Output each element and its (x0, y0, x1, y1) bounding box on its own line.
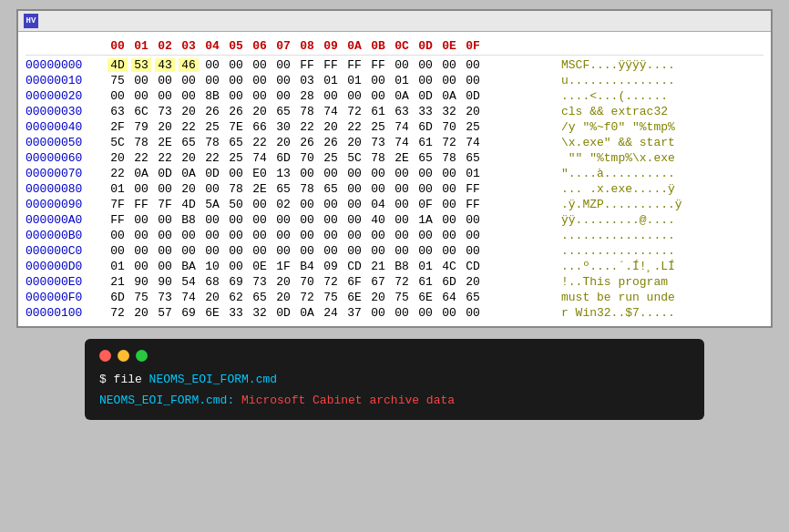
table-row: 000000907FFF7F4D5A50000200000004000F00FF… (26, 197, 763, 212)
table-row: 000000004D53434600000000FFFFFFFF00000000… (26, 57, 763, 73)
hex-bytes: 000000008B000000280000000A0D0A0D (108, 89, 554, 103)
hex-decoded: ... .x.exe.....ÿ (554, 182, 763, 196)
hex-offset: 00000050 (26, 136, 108, 149)
hex-decoded: !..This program (554, 275, 763, 289)
table-row: 000000E0219090546869732070726F6772616D20… (26, 274, 763, 290)
header-bytes: 000102030405060708090A0B0C0D0E0F (108, 39, 554, 53)
hex-bytes: 4D53434600000000FFFFFFFF00000000 (108, 58, 554, 72)
hex-editor-panel: HV 000102030405060708090A0B0C0D0E0F 0000… (16, 9, 773, 328)
traffic-lights (99, 350, 690, 362)
hex-decoded: "....à.......... (554, 167, 763, 180)
table-row: 000000A0FF0000B80000000000000040001A0000… (26, 212, 763, 228)
table-row: 00000100722057696E33320D0A24370000000000… (26, 305, 763, 321)
hex-bytes: 722057696E33320D0A24370000000000 (108, 306, 554, 320)
hex-bytes: 2F792022257E663022202225746D7025 (108, 120, 554, 134)
hex-offset: 00000040 (26, 120, 108, 134)
traffic-light-green[interactable] (136, 350, 148, 362)
hex-bytes: 202222202225746D70255C782E657865 (108, 151, 554, 165)
header-offset (26, 39, 108, 53)
hex-bytes: 010000BA10000E1FB409CD21B8014CCD (108, 260, 554, 273)
table-row: 00000060202222202225746D70255C782E657865… (26, 150, 763, 166)
hex-offset: 000000A0 (26, 213, 108, 227)
hex-bytes: 0100002000782E6578650000000000FF (108, 182, 554, 196)
hex-decoded: .ÿ.MZP..........ÿ (554, 198, 763, 211)
table-row: 00000070220A0D0A0D00E0130000000000000001… (26, 166, 763, 181)
hex-offset: 000000C0 (26, 244, 108, 258)
hex-offset: 000000B0 (26, 229, 108, 242)
hex-bytes: 5C782E65786522202626207374617274 (108, 136, 554, 149)
hex-rows: 000000004D53434600000000FFFFFFFF00000000… (26, 57, 763, 321)
hex-bytes: 75000000000000000301010001000000 (108, 74, 554, 87)
table-row: 000000D0010000BA10000E1FB409CD21B8014CCD… (26, 259, 763, 274)
table-row: 000000800100002000782E6578650000000000FF… (26, 181, 763, 197)
hex-offset: 00000070 (26, 167, 108, 180)
terminal-prompt-line: $ file NEOMS_EOI_FORM.cmd (99, 373, 690, 386)
hex-header-row: 000102030405060708090A0B0C0D0E0F (26, 37, 763, 56)
hex-bytes: 219090546869732070726F6772616D20 (108, 275, 554, 289)
hex-decoded: ...º....´.Í!¸.LÍ (554, 260, 763, 273)
hex-offset: 000000D0 (26, 260, 108, 273)
hex-decoded: MSCF....ÿÿÿÿ.... (554, 58, 763, 72)
hex-decoded: "" "%tmp%\x.exe (554, 151, 763, 165)
hex-offset: 00000100 (26, 306, 108, 320)
terminal-output-line: NEOMS_EOI_FORM.cmd: Microsoft Cabinet ar… (99, 394, 690, 407)
hex-decoded: ................ (554, 229, 763, 242)
hex-bytes: 220A0D0A0D00E0130000000000000001 (108, 167, 554, 180)
table-row: 000000402F792022257E663022202225746D7025… (26, 119, 763, 135)
hex-titlebar: HV (18, 11, 771, 32)
hex-decoded: /y "%~f0" "%tmp% (554, 120, 763, 134)
hex-bytes: 6D7573742062652072756E20756E6465 (108, 291, 554, 304)
header-decoded (554, 39, 763, 53)
terminal-panel: $ file NEOMS_EOI_FORM.cmd NEOMS_EOI_FORM… (85, 339, 704, 420)
traffic-light-red[interactable] (99, 350, 111, 362)
hex-offset: 00000030 (26, 105, 108, 118)
hex-offset: 00000000 (26, 58, 108, 72)
hex-bytes: 7FFF7F4D5A50000200000004000F00FF (108, 198, 554, 211)
hex-offset: 00000010 (26, 74, 108, 87)
hex-bytes: FF0000B80000000000000040001A0000 (108, 213, 554, 227)
table-row: 0000001075000000000000000301010001000000… (26, 73, 763, 88)
hex-offset: 00000090 (26, 198, 108, 211)
hex-bytes: 00000000000000000000000000000000 (108, 229, 554, 242)
table-row: 00000020000000008B000000280000000A0D0A0D… (26, 88, 763, 104)
terminal-output-label: NEOMS_EOI_FORM.cmd: (99, 394, 241, 407)
hex-decoded: r Win32..$7..... (554, 306, 763, 320)
hex-offset: 00000060 (26, 151, 108, 165)
table-row: 000000F06D7573742062652072756E20756E6465… (26, 290, 763, 305)
hex-bytes: 00000000000000000000000000000000 (108, 244, 554, 258)
hex-offset: 000000F0 (26, 291, 108, 304)
terminal-output-desc: Microsoft Cabinet archive data (241, 394, 455, 407)
table-row: 000000B000000000000000000000000000000000… (26, 228, 763, 243)
hex-offset: 00000020 (26, 89, 108, 103)
hex-decoded: \x.exe" && start (554, 136, 763, 149)
hex-decoded: ................ (554, 244, 763, 258)
hex-editor-icon: HV (24, 14, 38, 28)
hex-decoded: ....<...(...... (554, 89, 763, 103)
hex-offset: 00000080 (26, 182, 108, 196)
table-row: 000000C000000000000000000000000000000000… (26, 243, 763, 259)
hex-decoded: must be run unde (554, 291, 763, 304)
hex-bytes: 636C7320262620657874726163333220 (108, 105, 554, 118)
hex-offset: 000000E0 (26, 275, 108, 289)
hex-content: 000102030405060708090A0B0C0D0E0F 0000000… (18, 32, 771, 326)
terminal-prompt-text: $ file (99, 373, 149, 386)
hex-decoded: ÿÿ.........@.... (554, 213, 763, 227)
terminal-cmd-text: NEOMS_EOI_FORM.cmd (149, 373, 277, 386)
traffic-light-yellow[interactable] (118, 350, 129, 362)
table-row: 000000505C782E65786522202626207374617274… (26, 135, 763, 150)
table-row: 00000030636C7320262620657874726163333220… (26, 104, 763, 119)
hex-decoded: u............... (554, 74, 763, 87)
hex-decoded: cls && extrac32 (554, 105, 763, 118)
